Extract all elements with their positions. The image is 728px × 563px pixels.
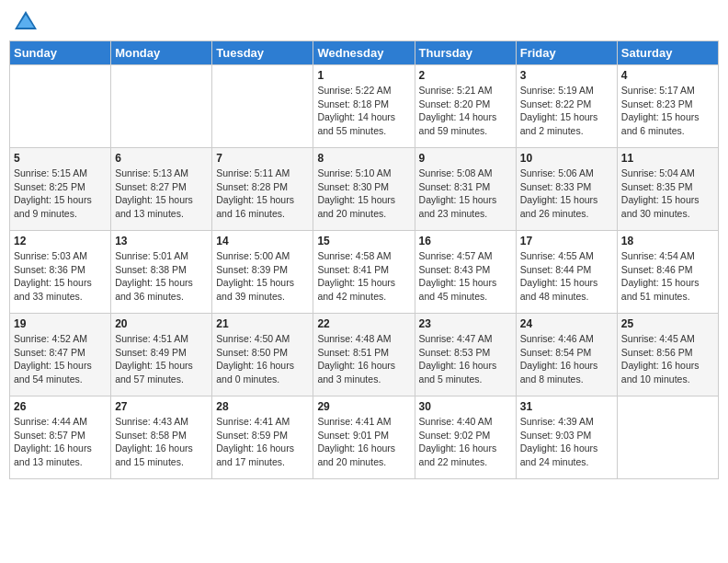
- day-number: 24: [520, 317, 613, 330]
- calendar-cell: 31Sunrise: 4:39 AM Sunset: 9:03 PM Dayli…: [516, 396, 617, 479]
- day-number: 19: [14, 317, 107, 330]
- calendar-cell: 16Sunrise: 4:57 AM Sunset: 8:43 PM Dayli…: [415, 231, 516, 314]
- day-info: Sunrise: 5:22 AM Sunset: 8:18 PM Dayligh…: [317, 84, 410, 138]
- day-number: 30: [419, 400, 512, 413]
- weekday-header-friday: Friday: [516, 41, 617, 65]
- day-info: Sunrise: 4:46 AM Sunset: 8:54 PM Dayligh…: [520, 332, 613, 386]
- day-number: 18: [621, 235, 714, 247]
- day-number: 6: [115, 152, 208, 165]
- logo: [13, 9, 42, 35]
- calendar-cell: 27Sunrise: 4:43 AM Sunset: 8:58 PM Dayli…: [111, 396, 212, 479]
- day-number: 26: [14, 400, 107, 413]
- day-number: 9: [419, 152, 512, 165]
- calendar-cell: 3Sunrise: 5:19 AM Sunset: 8:22 PM Daylig…: [516, 65, 617, 148]
- day-info: Sunrise: 5:01 AM Sunset: 8:38 PM Dayligh…: [115, 249, 208, 304]
- day-info: Sunrise: 4:44 AM Sunset: 8:57 PM Dayligh…: [14, 415, 107, 469]
- day-number: 2: [419, 69, 512, 82]
- day-info: Sunrise: 5:19 AM Sunset: 8:22 PM Dayligh…: [520, 84, 613, 138]
- calendar-cell: 11Sunrise: 5:04 AM Sunset: 8:35 PM Dayli…: [617, 148, 718, 231]
- day-info: Sunrise: 4:54 AM Sunset: 8:46 PM Dayligh…: [621, 249, 714, 304]
- calendar-cell: 28Sunrise: 4:41 AM Sunset: 8:59 PM Dayli…: [212, 396, 313, 479]
- day-number: 14: [216, 235, 309, 247]
- day-info: Sunrise: 4:47 AM Sunset: 8:53 PM Dayligh…: [419, 332, 512, 386]
- calendar-cell: 25Sunrise: 4:45 AM Sunset: 8:56 PM Dayli…: [617, 314, 718, 396]
- calendar-cell: 20Sunrise: 4:51 AM Sunset: 8:49 PM Dayli…: [111, 314, 212, 396]
- day-number: 1: [317, 69, 410, 82]
- calendar-cell: [111, 65, 212, 148]
- day-number: 31: [520, 400, 613, 413]
- day-info: Sunrise: 4:45 AM Sunset: 8:56 PM Dayligh…: [621, 332, 714, 386]
- day-info: Sunrise: 4:41 AM Sunset: 9:01 PM Dayligh…: [317, 415, 410, 469]
- calendar-cell: 22Sunrise: 4:48 AM Sunset: 8:51 PM Dayli…: [313, 314, 415, 396]
- day-info: Sunrise: 5:10 AM Sunset: 8:30 PM Dayligh…: [317, 167, 410, 221]
- day-number: 20: [115, 317, 208, 330]
- day-info: Sunrise: 4:57 AM Sunset: 8:43 PM Dayligh…: [419, 249, 512, 304]
- calendar-cell: 10Sunrise: 5:06 AM Sunset: 8:33 PM Dayli…: [516, 148, 617, 231]
- day-info: Sunrise: 5:04 AM Sunset: 8:35 PM Dayligh…: [621, 167, 714, 221]
- day-number: 22: [317, 317, 410, 330]
- calendar-cell: 19Sunrise: 4:52 AM Sunset: 8:47 PM Dayli…: [10, 314, 111, 396]
- day-info: Sunrise: 5:03 AM Sunset: 8:36 PM Dayligh…: [14, 249, 107, 304]
- day-number: 15: [317, 235, 410, 247]
- day-info: Sunrise: 4:50 AM Sunset: 8:50 PM Dayligh…: [216, 332, 309, 386]
- day-info: Sunrise: 5:21 AM Sunset: 8:20 PM Dayligh…: [419, 84, 512, 138]
- day-info: Sunrise: 5:15 AM Sunset: 8:25 PM Dayligh…: [14, 167, 107, 221]
- weekday-header-thursday: Thursday: [415, 41, 516, 65]
- day-number: 16: [419, 235, 512, 247]
- day-number: 17: [520, 235, 613, 247]
- calendar-cell: 2Sunrise: 5:21 AM Sunset: 8:20 PM Daylig…: [415, 65, 516, 148]
- logo-icon: [13, 9, 39, 35]
- day-number: 5: [14, 152, 107, 165]
- calendar-cell: 30Sunrise: 4:40 AM Sunset: 9:02 PM Dayli…: [415, 396, 516, 479]
- calendar-cell: 13Sunrise: 5:01 AM Sunset: 8:38 PM Dayli…: [111, 231, 212, 314]
- day-info: Sunrise: 4:40 AM Sunset: 9:02 PM Dayligh…: [419, 415, 512, 469]
- day-number: 28: [216, 400, 309, 413]
- calendar-cell: 17Sunrise: 4:55 AM Sunset: 8:44 PM Dayli…: [516, 231, 617, 314]
- day-info: Sunrise: 4:58 AM Sunset: 8:41 PM Dayligh…: [317, 249, 410, 304]
- day-info: Sunrise: 4:43 AM Sunset: 8:58 PM Dayligh…: [115, 415, 208, 469]
- weekday-header-sunday: Sunday: [10, 41, 111, 65]
- day-number: 3: [520, 69, 613, 82]
- calendar-cell: [617, 396, 718, 479]
- day-number: 8: [317, 152, 410, 165]
- calendar-cell: 8Sunrise: 5:10 AM Sunset: 8:30 PM Daylig…: [313, 148, 415, 231]
- page-header: [9, 9, 719, 35]
- calendar-cell: 1Sunrise: 5:22 AM Sunset: 8:18 PM Daylig…: [313, 65, 415, 148]
- weekday-header-wednesday: Wednesday: [313, 41, 415, 65]
- weekday-header-tuesday: Tuesday: [212, 41, 313, 65]
- day-info: Sunrise: 4:55 AM Sunset: 8:44 PM Dayligh…: [520, 249, 613, 304]
- calendar-cell: [10, 65, 111, 148]
- calendar-cell: 29Sunrise: 4:41 AM Sunset: 9:01 PM Dayli…: [313, 396, 415, 479]
- calendar-cell: 15Sunrise: 4:58 AM Sunset: 8:41 PM Dayli…: [313, 231, 415, 314]
- calendar-cell: 24Sunrise: 4:46 AM Sunset: 8:54 PM Dayli…: [516, 314, 617, 396]
- calendar-cell: 7Sunrise: 5:11 AM Sunset: 8:28 PM Daylig…: [212, 148, 313, 231]
- weekday-header-saturday: Saturday: [617, 41, 718, 65]
- day-info: Sunrise: 5:08 AM Sunset: 8:31 PM Dayligh…: [419, 167, 512, 221]
- calendar-cell: 9Sunrise: 5:08 AM Sunset: 8:31 PM Daylig…: [415, 148, 516, 231]
- day-number: 12: [14, 235, 107, 247]
- calendar-cell: 14Sunrise: 5:00 AM Sunset: 8:39 PM Dayli…: [212, 231, 313, 314]
- day-number: 7: [216, 152, 309, 165]
- day-number: 25: [621, 317, 714, 330]
- weekday-header-monday: Monday: [111, 41, 212, 65]
- day-number: 23: [419, 317, 512, 330]
- calendar-cell: 12Sunrise: 5:03 AM Sunset: 8:36 PM Dayli…: [10, 231, 111, 314]
- day-info: Sunrise: 5:17 AM Sunset: 8:23 PM Dayligh…: [621, 84, 714, 138]
- calendar-cell: 23Sunrise: 4:47 AM Sunset: 8:53 PM Dayli…: [415, 314, 516, 396]
- day-info: Sunrise: 4:48 AM Sunset: 8:51 PM Dayligh…: [317, 332, 410, 386]
- calendar-table: SundayMondayTuesdayWednesdayThursdayFrid…: [9, 40, 719, 479]
- day-number: 13: [115, 235, 208, 247]
- day-info: Sunrise: 4:52 AM Sunset: 8:47 PM Dayligh…: [14, 332, 107, 386]
- calendar-cell: 5Sunrise: 5:15 AM Sunset: 8:25 PM Daylig…: [10, 148, 111, 231]
- day-info: Sunrise: 5:13 AM Sunset: 8:27 PM Dayligh…: [115, 167, 208, 221]
- calendar-cell: 6Sunrise: 5:13 AM Sunset: 8:27 PM Daylig…: [111, 148, 212, 231]
- calendar-cell: 26Sunrise: 4:44 AM Sunset: 8:57 PM Dayli…: [10, 396, 111, 479]
- calendar-cell: 18Sunrise: 4:54 AM Sunset: 8:46 PM Dayli…: [617, 231, 718, 314]
- day-number: 10: [520, 152, 613, 165]
- day-info: Sunrise: 5:11 AM Sunset: 8:28 PM Dayligh…: [216, 167, 309, 221]
- day-number: 4: [621, 69, 714, 82]
- calendar-cell: 21Sunrise: 4:50 AM Sunset: 8:50 PM Dayli…: [212, 314, 313, 396]
- calendar-cell: 4Sunrise: 5:17 AM Sunset: 8:23 PM Daylig…: [617, 65, 718, 148]
- day-info: Sunrise: 5:00 AM Sunset: 8:39 PM Dayligh…: [216, 249, 309, 304]
- day-number: 29: [317, 400, 410, 413]
